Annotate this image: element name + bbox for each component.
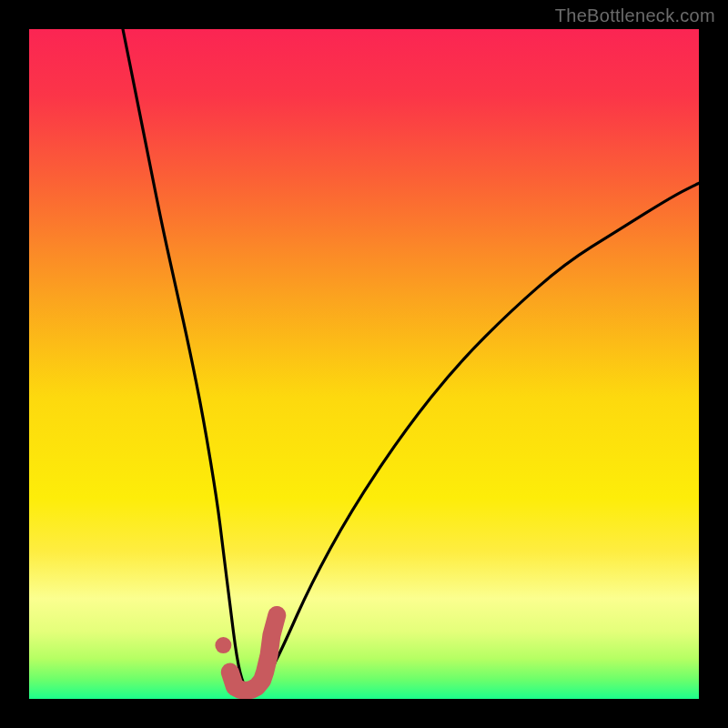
bottleneck-curve: [123, 29, 699, 693]
outer-frame: TheBottleneck.com: [0, 0, 728, 728]
flat-bottom-markers: [215, 615, 277, 691]
chart-svg: [29, 29, 699, 699]
marker-dot: [215, 637, 231, 653]
watermark-text: TheBottleneck.com: [555, 5, 715, 26]
plot-area: [29, 29, 699, 699]
